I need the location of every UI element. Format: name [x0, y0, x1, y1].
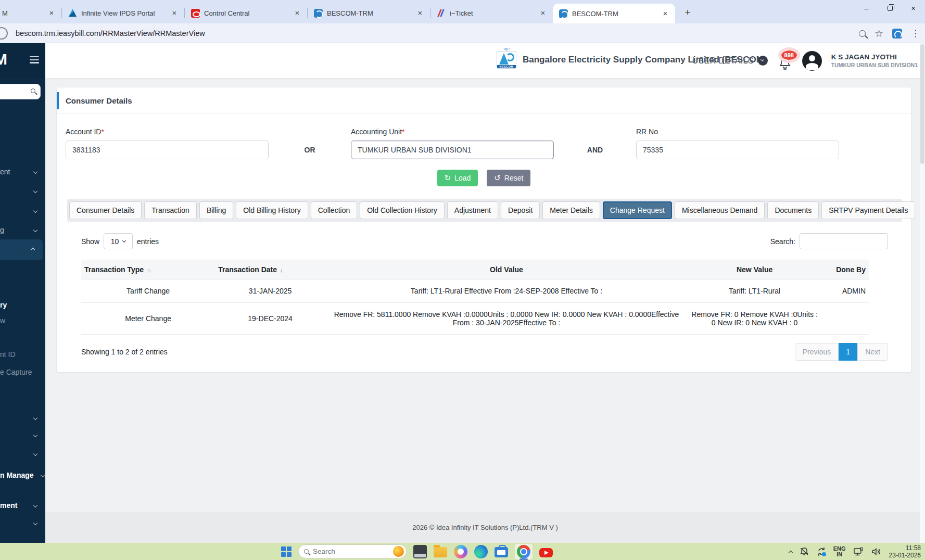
- browser-tab-2[interactable]: Control Central ×: [185, 3, 307, 23]
- microsoft-store-icon[interactable]: [495, 547, 508, 557]
- browser-tab-0[interactable]: M ×: [0, 3, 61, 23]
- browser-tab-3[interactable]: BESCOM-TRM ×: [308, 3, 430, 23]
- tab-close-icon[interactable]: ×: [538, 8, 548, 18]
- sidebar-item[interactable]: [0, 183, 45, 199]
- volume-icon[interactable]: [871, 546, 882, 557]
- minimize-button[interactable]: –: [855, 0, 878, 17]
- accounting-unit-field[interactable]: [351, 141, 554, 159]
- rr-no-field[interactable]: [636, 141, 839, 159]
- tab-old-billing-history[interactable]: Old Billing History: [236, 201, 308, 219]
- clock[interactable]: 11:5823-01-2026: [889, 544, 921, 559]
- bookmark-star-icon[interactable]: ☆: [875, 29, 883, 39]
- column-header-transaction-date[interactable]: Transaction Date↓: [215, 260, 325, 279]
- column-header-transaction-type[interactable]: Transaction Type↑↓: [81, 260, 215, 279]
- sidebar-subitem[interactable]: e Capture: [0, 364, 45, 380]
- tab-billing[interactable]: Billing: [199, 201, 233, 219]
- page-1-button[interactable]: 1: [839, 343, 857, 361]
- taskbar-search-input[interactable]: [313, 548, 389, 555]
- tab-title: M: [2, 9, 47, 17]
- taskbar-search-box[interactable]: [298, 544, 407, 558]
- zoom-icon[interactable]: [859, 30, 866, 37]
- table-row[interactable]: Meter Change 19-DEC-2024 Remove FR: 5811…: [81, 303, 869, 335]
- tab-close-icon[interactable]: ×: [415, 8, 425, 18]
- avatar[interactable]: [802, 51, 822, 71]
- account-id-field[interactable]: [66, 141, 269, 159]
- notifications-off-icon[interactable]: [799, 546, 809, 557]
- tab-consumer-details[interactable]: Consumer Details: [69, 201, 142, 219]
- tray-expand-icon[interactable]: [789, 550, 793, 554]
- tab-change-request[interactable]: Change Request: [603, 201, 672, 219]
- hamburger-menu-icon[interactable]: [30, 56, 39, 63]
- tab-documents[interactable]: Documents: [767, 201, 819, 219]
- scrollbar[interactable]: [920, 43, 925, 543]
- sidebar-item[interactable]: [0, 203, 45, 219]
- tab-collection[interactable]: Collection: [311, 201, 357, 219]
- reset-button[interactable]: ↺Reset: [487, 170, 530, 186]
- sidebar-item[interactable]: ent: [0, 164, 45, 180]
- sidebar-item[interactable]: g: [0, 222, 45, 238]
- tab-miscellaneous-demand[interactable]: Miscellaneous Demand: [675, 201, 765, 219]
- tab-meter-details[interactable]: Meter Details: [542, 201, 600, 219]
- search-icon: [304, 549, 309, 554]
- youtube-icon[interactable]: [539, 548, 553, 557]
- chrome-taskbar-active[interactable]: [515, 544, 533, 559]
- tab-old-collection-history[interactable]: Old Collection History: [360, 201, 445, 219]
- copilot-icon[interactable]: [454, 545, 467, 558]
- load-button[interactable]: ↻Load: [437, 170, 478, 186]
- language-indicator[interactable]: ENGIN: [833, 546, 846, 557]
- column-header-old-value[interactable]: Old Value: [325, 260, 688, 279]
- copyright-text: 2026 © Idea Infinity IT Solutions (P)Ltd…: [412, 524, 558, 531]
- sync-icon[interactable]: [816, 546, 827, 557]
- page-size-select[interactable]: 10: [104, 233, 133, 249]
- sidebar-subitem[interactable]: nt ID: [0, 347, 45, 362]
- extension-icon[interactable]: [892, 29, 902, 39]
- sidebar-subitem[interactable]: w: [0, 313, 45, 328]
- system-tray: ENGIN 11:5823-01-2026: [789, 543, 921, 560]
- sidebar-item[interactable]: [0, 427, 45, 443]
- consumer-details-card: Consumer Details Account ID* OR Accounti…: [56, 87, 911, 373]
- network-icon[interactable]: [853, 546, 864, 557]
- tab-close-icon[interactable]: ×: [293, 8, 302, 18]
- browser-tab-1[interactable]: Infinite View IPDS Portal ×: [62, 3, 184, 23]
- sidebar-item[interactable]: [0, 410, 45, 426]
- column-header-done-by[interactable]: Done By: [821, 260, 869, 279]
- browser-tab-active[interactable]: BESCOM-TRM ×: [553, 4, 675, 23]
- previous-page-button[interactable]: Previous: [795, 343, 839, 361]
- tab-adjustment[interactable]: Adjustment: [447, 201, 498, 219]
- tab-title: BESCOM-TRM: [327, 9, 415, 17]
- browser-menu-icon[interactable]: ⋮: [911, 28, 920, 39]
- tab-close-icon[interactable]: ×: [661, 9, 670, 18]
- tab-srtpv-payment-details[interactable]: SRTPV Payment Details: [821, 201, 915, 219]
- address-bar[interactable]: bescom.trm.ieasybill.com/RRMasterView/RR…: [16, 23, 205, 43]
- sidebar-item[interactable]: [0, 515, 45, 531]
- sidebar: M ent g ry w nt ID e Capture n Manage me…: [0, 43, 45, 543]
- browser-tab-4[interactable]: i~Ticket ×: [430, 3, 553, 23]
- new-tab-button[interactable]: +: [680, 6, 695, 20]
- next-page-button[interactable]: Next: [857, 343, 888, 361]
- edge-icon[interactable]: [474, 545, 488, 558]
- start-button-icon[interactable]: [281, 546, 292, 557]
- sidebar-item-expanded[interactable]: [0, 239, 43, 260]
- sidebar-subitem-active[interactable]: ry: [0, 297, 45, 313]
- scrollbar-thumb[interactable]: [920, 44, 924, 164]
- user-details-dropdown[interactable]: USER DETAILS: [692, 56, 768, 66]
- site-info-icon[interactable]: [0, 27, 8, 40]
- system-app-icon[interactable]: [413, 545, 427, 558]
- close-button[interactable]: ×: [902, 0, 925, 17]
- notifications-button[interactable]: 898: [777, 50, 793, 71]
- tab-transaction[interactable]: Transaction: [144, 201, 197, 219]
- restore-button[interactable]: [878, 0, 902, 17]
- tab-close-icon[interactable]: ×: [170, 8, 179, 18]
- column-header-new-value[interactable]: New Value: [688, 260, 821, 279]
- tab-close-icon[interactable]: ×: [47, 8, 56, 18]
- sidebar-item[interactable]: & Reconne: [0, 538, 45, 543]
- tab-deposit[interactable]: Deposit: [501, 201, 540, 219]
- accounting-unit-label: Accounting Unit*: [351, 128, 554, 136]
- sidebar-item[interactable]: n Manage: [0, 467, 45, 483]
- sidebar-search-input[interactable]: [0, 84, 41, 99]
- file-explorer-icon[interactable]: [434, 547, 447, 557]
- sidebar-item[interactable]: ment: [0, 498, 45, 513]
- sidebar-item[interactable]: [0, 446, 45, 462]
- table-search-input[interactable]: [800, 233, 888, 249]
- table-row[interactable]: Tariff Change 31-JAN-2025 Tariff: LT1-Ru…: [81, 279, 869, 303]
